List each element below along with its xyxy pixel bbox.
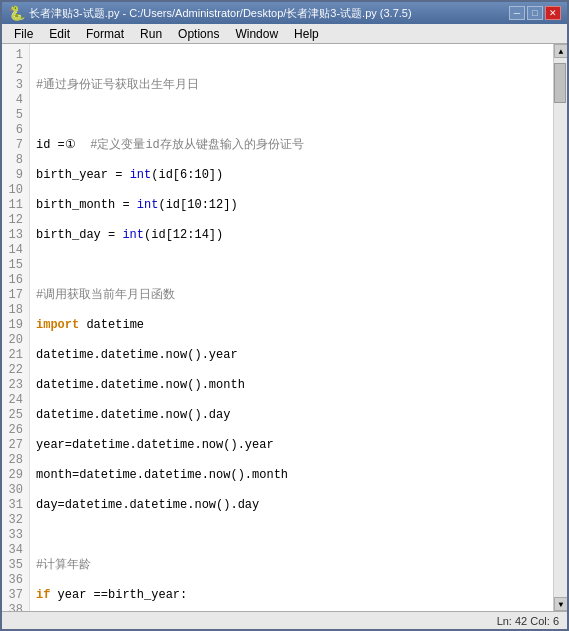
main-window: 🐍 长者津贴3-试题.py - C:/Users/Administrator/D… [0,0,569,631]
status-bar: Ln: 42 Col: 6 [2,611,567,629]
menu-edit[interactable]: Edit [41,25,78,43]
line-numbers: 1 2 3 4 5 6 7 8 9 10 11 12 13 14 15 16 1… [2,44,30,611]
menu-file[interactable]: File [6,25,41,43]
maximize-button[interactable]: □ [527,6,543,20]
menu-format[interactable]: Format [78,25,132,43]
window-title: 长者津贴3-试题.py - C:/Users/Administrator/Des… [29,6,412,21]
title-bar-left: 🐍 长者津贴3-试题.py - C:/Users/Administrator/D… [8,5,412,21]
app-icon: 🐍 [8,5,25,21]
title-bar: 🐍 长者津贴3-试题.py - C:/Users/Administrator/D… [2,2,567,24]
menu-window[interactable]: Window [227,25,286,43]
close-button[interactable]: ✕ [545,6,561,20]
menu-run[interactable]: Run [132,25,170,43]
scroll-down-button[interactable]: ▼ [554,597,567,611]
code-editor[interactable]: #通过身份证号获取出生年月日 id =① #定义变量id存放从键盘输入的身份证号… [30,44,553,611]
menu-bar: File Edit Format Run Options Window Help [2,24,567,44]
menu-options[interactable]: Options [170,25,227,43]
cursor-position: Ln: 42 Col: 6 [497,615,559,627]
minimize-button[interactable]: ─ [509,6,525,20]
window-controls: ─ □ ✕ [509,6,561,20]
scroll-up-button[interactable]: ▲ [554,44,567,58]
editor-area: 1 2 3 4 5 6 7 8 9 10 11 12 13 14 15 16 1… [2,44,567,611]
menu-help[interactable]: Help [286,25,327,43]
vertical-scrollbar[interactable]: ▲ ▼ [553,44,567,611]
scroll-track[interactable] [554,58,567,597]
scroll-thumb[interactable] [554,63,566,103]
